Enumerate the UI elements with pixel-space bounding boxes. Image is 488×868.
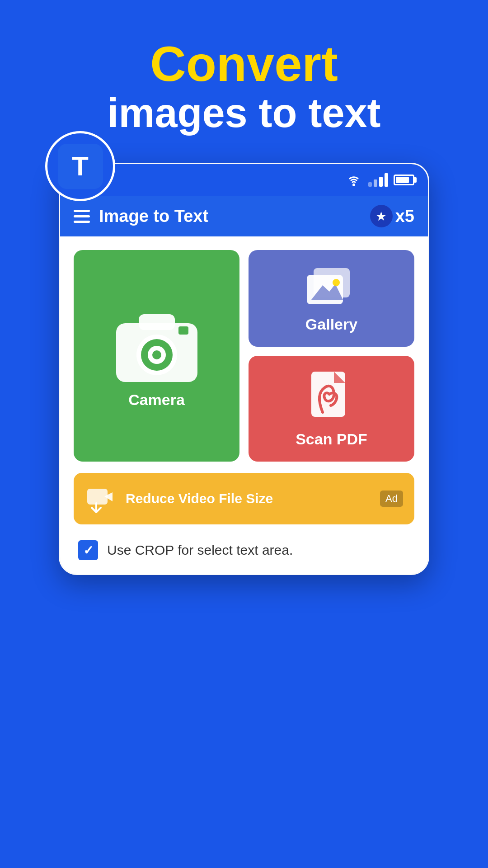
signal-icon: [368, 173, 388, 187]
status-icons: [345, 173, 414, 187]
battery-icon: [394, 175, 414, 185]
crop-checkbox-label: Use CROP for select text area.: [107, 542, 293, 558]
pdf-icon: [309, 369, 354, 424]
toolbar-right: ★ x5: [370, 205, 414, 227]
gallery-label: Gallery: [305, 316, 357, 333]
toolbar-title: Image to Text: [99, 207, 208, 226]
svg-rect-3: [178, 326, 188, 335]
main-content: Camera Gallery: [60, 236, 428, 574]
convert-title: Convert: [0, 36, 488, 91]
camera-label: Camera: [128, 391, 185, 409]
subtitle: images to text: [0, 91, 488, 136]
checkbox-section: ✓ Use CROP for select text area.: [74, 540, 414, 560]
gallery-button[interactable]: Gallery: [249, 250, 414, 347]
gallery-icon: [305, 264, 359, 309]
header-section: Convert images to text: [0, 0, 488, 154]
camera-button[interactable]: Camera: [74, 250, 239, 462]
camera-icon: [112, 303, 202, 384]
battery-fill: [396, 177, 409, 183]
hamburger-line-3: [74, 221, 90, 223]
ad-text: Reduce Video File Size: [126, 491, 371, 506]
hamburger-menu-icon[interactable]: [74, 210, 90, 223]
video-reduce-icon: [86, 484, 116, 514]
app-toolbar: Image to Text ★ x5: [60, 196, 428, 236]
hamburger-line-1: [74, 210, 90, 212]
star-icon: ★: [375, 209, 387, 224]
app-icon-inner: T: [58, 144, 103, 189]
status-bar: [60, 164, 428, 196]
ad-banner[interactable]: Reduce Video File Size Ad: [74, 473, 414, 524]
svg-rect-2: [139, 314, 175, 330]
app-card-wrapper: T: [59, 163, 429, 575]
app-icon-circle: T: [45, 131, 115, 201]
scan-pdf-label: Scan PDF: [296, 430, 367, 448]
svg-rect-14: [87, 489, 108, 505]
stars-count: x5: [395, 207, 414, 226]
star-circle: ★: [370, 205, 393, 227]
svg-point-7: [152, 350, 161, 359]
wifi-icon: [345, 173, 363, 187]
checkmark-icon: ✓: [83, 543, 94, 558]
phone-frame: Image to Text ★ x5: [59, 163, 429, 575]
app-icon-letter: T: [72, 151, 89, 182]
hamburger-line-2: [74, 215, 90, 217]
crop-checkbox[interactable]: ✓: [78, 540, 98, 560]
star-badge[interactable]: ★ x5: [370, 205, 414, 227]
scan-pdf-button[interactable]: Scan PDF: [249, 356, 414, 462]
ad-badge: Ad: [380, 491, 403, 507]
actions-grid: Camera Gallery: [74, 250, 414, 462]
svg-point-0: [352, 184, 355, 186]
toolbar-left: Image to Text: [74, 207, 208, 226]
svg-point-11: [333, 279, 340, 286]
ad-icon-wrap: [85, 483, 117, 514]
